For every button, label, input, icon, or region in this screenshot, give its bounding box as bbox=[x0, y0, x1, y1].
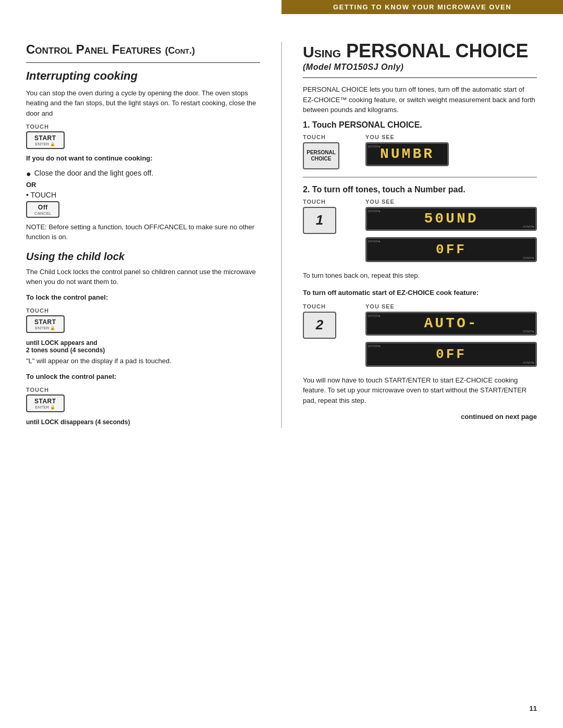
lock-icon-3: 🔒 bbox=[50, 405, 55, 410]
personal-choice-body: PERSONAL CHOICE lets you turn off tones,… bbox=[303, 84, 537, 115]
step1-touch-see: TOUCH PERSONAL CHOICE YOU SEE ENTER◂ NUM… bbox=[303, 134, 537, 169]
left-column: Control Panel Features (Cont.) Interrupt… bbox=[26, 42, 260, 428]
step2-touch-see: TOUCH 1 YOU SEE ENTER◂ 50UND START▸ ENTE… bbox=[303, 199, 537, 265]
step2-see-col: YOU SEE ENTER◂ 50UND START▸ ENTER◂ 0FF S… bbox=[365, 199, 537, 265]
personal-choice-button[interactable]: PERSONAL CHOICE bbox=[303, 142, 339, 169]
touch-label-2: TOUCH bbox=[26, 307, 260, 314]
step1-heading: 1. Touch PERSONAL CHOICE. bbox=[303, 120, 537, 130]
start-corner-br-5: START▸ bbox=[523, 361, 534, 364]
start-enter-button-2[interactable]: START ENTER 🔒 bbox=[26, 315, 65, 333]
right-column: Using Personal Choice (Model MTO150SJ On… bbox=[281, 42, 537, 428]
lock-icon-1: 🔒 bbox=[50, 142, 55, 146]
header-bar: Getting to Know Your Microwave Oven bbox=[282, 0, 563, 14]
L-display-text: "L" will appear on the display if a pad … bbox=[26, 356, 260, 366]
child-lock-heading: Using the child lock bbox=[26, 251, 260, 263]
step1-display: ENTER◂ NUMBR bbox=[365, 142, 449, 166]
touch-off-row: • TOUCH bbox=[26, 191, 260, 199]
step3-display-auto: ENTER◂ AUTO- START▸ bbox=[365, 312, 537, 336]
left-main-title: Control Panel Features (Cont.) bbox=[26, 42, 260, 57]
off-cancel-button[interactable]: Off CANCEL bbox=[26, 201, 59, 218]
until-lock-text: until LOCK appears and 2 tones sound (4 … bbox=[26, 339, 260, 354]
unlock-panel-heading: To unlock the control panel: bbox=[26, 372, 260, 382]
enter-corner-tl-2: ENTER◂ bbox=[368, 209, 380, 213]
numpad-2-button[interactable]: 2 bbox=[303, 312, 336, 339]
enter-corner-tl-5: ENTER◂ bbox=[368, 344, 380, 348]
enter-corner-tl-4: ENTER◂ bbox=[368, 314, 380, 317]
continued-text: continued on next page bbox=[303, 413, 537, 421]
step2-display-off: ENTER◂ 0FF START▸ bbox=[365, 237, 537, 262]
note-text: NOTE: Before setting a function, touch O… bbox=[26, 222, 260, 242]
lock-panel-heading: To lock the control panel: bbox=[26, 292, 260, 303]
step1-see-col: YOU SEE ENTER◂ NUMBR bbox=[365, 134, 537, 169]
step3-heading: To turn off automatic start of EZ-CHOICE… bbox=[303, 288, 537, 298]
step3-see-col: YOU SEE ENTER◂ AUTO- START▸ ENTER◂ 0FF S… bbox=[365, 303, 537, 370]
control-panel-title: Control Panel Features (Cont.) bbox=[26, 41, 195, 57]
step2-touch-col: TOUCH 1 bbox=[303, 199, 360, 234]
touch-label-1: TOUCH bbox=[26, 124, 260, 130]
right-main-title: Using Personal Choice bbox=[303, 42, 537, 60]
if-not-continue-heading: If you do not want to continue cooking: bbox=[26, 153, 260, 164]
start-corner-br-4: START▸ bbox=[523, 330, 534, 333]
touch-label-3: TOUCH bbox=[26, 387, 260, 393]
lock-icon-2: 🔒 bbox=[50, 326, 55, 330]
step3-touch-col: TOUCH 2 bbox=[303, 303, 360, 339]
enter-corner-tl-3: ENTER◂ bbox=[368, 240, 380, 243]
child-lock-body: The Child Lock locks the control panel s… bbox=[26, 267, 260, 287]
interrupting-cooking-heading: Interrupting cooking bbox=[26, 69, 260, 83]
step1-touch-col: TOUCH PERSONAL CHOICE bbox=[303, 134, 360, 169]
step2-heading: 2. To turn off tones, touch a Number pad… bbox=[303, 185, 537, 194]
start-corner-br-2: START▸ bbox=[523, 225, 534, 228]
start-enter-button-1[interactable]: START ENTER 🔒 bbox=[26, 131, 65, 149]
numpad-1-button[interactable]: 1 bbox=[303, 207, 336, 234]
tones-repeat-text: To turn tones back on, repeat this step. bbox=[303, 270, 537, 281]
enter-corner-tl: ENTER◂ bbox=[368, 145, 380, 148]
start-enter-button-3[interactable]: START ENTER 🔒 bbox=[26, 394, 65, 412]
right-subtitle: (Model MTO150SJ Only) bbox=[303, 63, 537, 72]
step2-display-sound: ENTER◂ 50UND START▸ bbox=[365, 207, 537, 231]
page-number: 11 bbox=[530, 705, 537, 712]
step3-display-off: ENTER◂ 0FF START▸ bbox=[365, 342, 537, 367]
or-text: OR bbox=[26, 181, 260, 189]
until-lock-disappears: until LOCK disappears (4 seconds) bbox=[26, 418, 260, 426]
step3-body: You will now have to touch START/ENTER t… bbox=[303, 375, 537, 406]
start-corner-br-3: START▸ bbox=[523, 256, 534, 260]
interrupting-body: You can stop the oven during a cycle by … bbox=[26, 88, 260, 119]
bullet-close-door: ● Close the door and the light goes off. bbox=[26, 169, 260, 179]
step3-touch-see: TOUCH 2 YOU SEE ENTER◂ AUTO- START▸ ENTE… bbox=[303, 303, 537, 370]
